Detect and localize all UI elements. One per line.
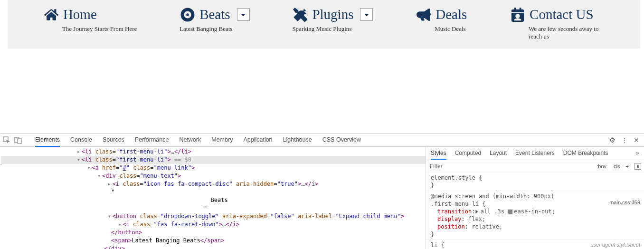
svg-rect-2 bbox=[18, 139, 21, 144]
nav-beats[interactable]: Beats Latest Banging Beats bbox=[180, 7, 249, 33]
close-icon[interactable]: ✕ bbox=[634, 136, 639, 144]
bullhorn-icon bbox=[416, 8, 432, 22]
nav-title: Home bbox=[63, 7, 97, 22]
page-body bbox=[0, 48, 644, 134]
filter-bar: :hov .cls + ▮ bbox=[426, 160, 644, 172]
nav-contact[interactable]: Contact US We are few seconds away to re… bbox=[510, 7, 605, 41]
device-icon[interactable] bbox=[14, 136, 22, 144]
tab-memory[interactable]: Memory bbox=[211, 134, 233, 147]
computed-pane-icon[interactable]: ▮ bbox=[635, 163, 641, 170]
dropdown-toggle[interactable] bbox=[360, 8, 373, 21]
styles-tabs: Styles Computed Layout Event Listeners D… bbox=[426, 147, 644, 160]
nav-sub: Sparking Music Plugins bbox=[292, 25, 351, 33]
nav-plugins[interactable]: Plugins Sparking Music Plugins bbox=[292, 7, 373, 33]
nav-sub: We are few seconds away to reach us bbox=[529, 25, 605, 41]
tab-application[interactable]: Application bbox=[243, 134, 272, 147]
more-icon[interactable]: ⋮ bbox=[621, 136, 628, 144]
styles-panel: Styles Computed Layout Event Listeners D… bbox=[426, 147, 644, 249]
site-nav: Home The Journey Starts From Here Beats … bbox=[8, 0, 640, 48]
tab-console[interactable]: Console bbox=[70, 134, 92, 147]
contact-icon bbox=[510, 8, 526, 22]
nav-title: Plugins bbox=[312, 7, 353, 22]
source-link[interactable]: main.css:359 bbox=[609, 199, 640, 206]
nav-title: Deals bbox=[436, 7, 467, 22]
tab-elements[interactable]: Elements bbox=[35, 134, 60, 147]
tab-css-overview[interactable]: CSS Overview bbox=[322, 134, 361, 147]
tab-dom-breakpoints[interactable]: DOM Breakpoints bbox=[563, 150, 608, 160]
dom-tree[interactable]: ⋯ ▸<li class="first-menu-li">…</li> ▾<li… bbox=[0, 147, 426, 249]
nav-sub: The Journey Starts From Here bbox=[62, 25, 137, 33]
styles-rules[interactable]: element.style { } main.css:359 @media sc… bbox=[426, 172, 644, 249]
ua-label: user agent stylesheet bbox=[590, 241, 640, 249]
wrench-icon bbox=[292, 8, 308, 22]
add-rule-icon[interactable]: + bbox=[623, 163, 632, 169]
tab-computed[interactable]: Computed bbox=[455, 150, 481, 160]
rule-selector: element.style { bbox=[431, 174, 482, 181]
tab-styles[interactable]: Styles bbox=[431, 150, 446, 160]
tab-layout[interactable]: Layout bbox=[490, 150, 507, 160]
devtools-tabs: Elements Console Sources Performance Net… bbox=[35, 134, 609, 147]
disc-icon bbox=[180, 8, 196, 22]
nav-deals[interactable]: Deals Music Deals bbox=[416, 7, 467, 33]
devtools-toolbar: Elements Console Sources Performance Net… bbox=[0, 134, 644, 147]
nav-home[interactable]: Home The Journey Starts From Here bbox=[43, 7, 137, 33]
dropdown-toggle[interactable] bbox=[237, 8, 250, 21]
tabs-overflow-icon[interactable]: » bbox=[636, 150, 639, 160]
nav-title: Contact US bbox=[530, 7, 594, 22]
tab-performance[interactable]: Performance bbox=[135, 134, 169, 147]
tab-network[interactable]: Network bbox=[179, 134, 201, 147]
tab-lighthouse[interactable]: Lighthouse bbox=[283, 134, 312, 147]
nav-sub: Music Deals bbox=[435, 25, 465, 33]
devtools: Elements Console Sources Performance Net… bbox=[0, 133, 644, 249]
hov-toggle[interactable]: :hov bbox=[594, 163, 609, 169]
gutter-dots: ⋯ bbox=[0, 162, 2, 167]
home-icon bbox=[43, 8, 59, 22]
tab-sources[interactable]: Sources bbox=[103, 134, 124, 147]
tab-event-listeners[interactable]: Event Listeners bbox=[515, 150, 555, 160]
filter-input[interactable] bbox=[426, 161, 594, 172]
inspect-icon[interactable] bbox=[3, 136, 10, 144]
cls-toggle[interactable]: .cls bbox=[609, 163, 623, 169]
nav-sub: Latest Banging Beats bbox=[180, 25, 232, 33]
settings-icon[interactable]: ⚙ bbox=[609, 136, 616, 144]
nav-title: Beats bbox=[199, 7, 230, 22]
